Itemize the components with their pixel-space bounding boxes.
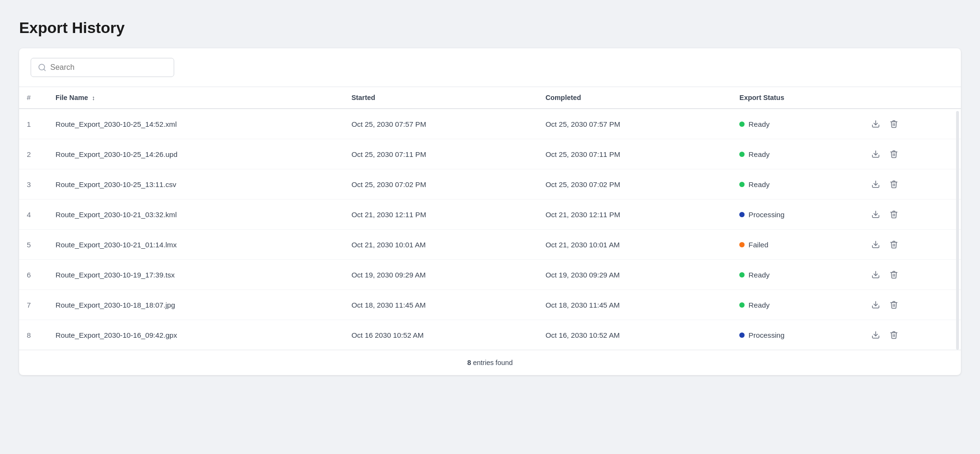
download-button[interactable] (869, 178, 882, 190)
search-input[interactable] (50, 63, 167, 72)
download-button[interactable] (869, 118, 882, 130)
download-button[interactable] (869, 329, 882, 341)
download-button[interactable] (869, 208, 882, 221)
table-row: 1 Route_Export_2030-10-25_14:52.xml Oct … (19, 109, 961, 139)
row-filename: Route_Export_2030-10-19_17:39.tsx (48, 260, 344, 290)
status-dot (739, 302, 745, 308)
row-filename: Route_Export_2030-10-21_01:14.lmx (48, 230, 344, 260)
row-status: Ready (732, 290, 862, 320)
delete-button[interactable] (888, 268, 900, 281)
col-header-status: Export Status (732, 87, 862, 109)
export-history-card: # File Name ↕ Started Completed Export S… (19, 48, 961, 375)
scrollbar (956, 111, 959, 350)
status-dot (739, 122, 745, 127)
row-num: 8 (19, 320, 48, 350)
page-title: Export History (19, 19, 961, 37)
search-container (19, 48, 961, 87)
download-icon (871, 120, 880, 128)
row-filename: Route_Export_2030-10-25_14:26.upd (48, 139, 344, 169)
export-table: # File Name ↕ Started Completed Export S… (19, 87, 961, 350)
status-label: Ready (748, 150, 769, 158)
delete-button[interactable] (888, 178, 900, 190)
status-dot (739, 182, 745, 187)
row-status: Processing (732, 199, 862, 230)
download-button[interactable] (869, 238, 882, 251)
download-button[interactable] (869, 148, 882, 160)
row-actions (862, 199, 961, 230)
download-icon (871, 270, 880, 279)
row-num: 6 (19, 260, 48, 290)
status-label: Ready (748, 301, 769, 309)
row-completed: Oct 25, 2030 07:57 PM (538, 109, 732, 139)
trash-icon (890, 240, 898, 249)
status-dot (739, 242, 745, 247)
col-header-actions (862, 87, 961, 109)
row-num: 4 (19, 199, 48, 230)
row-num: 1 (19, 109, 48, 139)
download-icon (871, 150, 880, 158)
row-started: Oct 21, 2030 10:01 AM (344, 230, 537, 260)
trash-icon (890, 300, 898, 309)
col-header-started: Started (344, 87, 537, 109)
table-row: 6 Route_Export_2030-10-19_17:39.tsx Oct … (19, 260, 961, 290)
status-dot (739, 332, 745, 338)
status-label: Failed (748, 241, 768, 249)
trash-icon (890, 180, 898, 188)
row-completed: Oct 25, 2030 07:02 PM (538, 169, 732, 199)
row-status: Ready (732, 109, 862, 139)
row-started: Oct 19, 2030 09:29 AM (344, 260, 537, 290)
row-status: Failed (732, 230, 862, 260)
row-started: Oct 18, 2030 11:45 AM (344, 290, 537, 320)
delete-button[interactable] (888, 118, 900, 130)
row-completed: Oct 21, 2030 10:01 AM (538, 230, 732, 260)
col-header-filename[interactable]: File Name ↕ (48, 87, 344, 109)
entry-label: entries found (473, 359, 512, 366)
table-row: 7 Route_Export_2030-10-18_18:07.jpg Oct … (19, 290, 961, 320)
row-filename: Route_Export_2030-10-18_18:07.jpg (48, 290, 344, 320)
row-status: Processing (732, 320, 862, 350)
row-actions (862, 230, 961, 260)
download-icon (871, 331, 880, 339)
download-button[interactable] (869, 299, 882, 311)
row-filename: Route_Export_2030-10-16_09:42.gpx (48, 320, 344, 350)
row-completed: Oct 18, 2030 11:45 AM (538, 290, 732, 320)
delete-button[interactable] (888, 238, 900, 251)
row-actions (862, 260, 961, 290)
delete-button[interactable] (888, 208, 900, 221)
delete-button[interactable] (888, 299, 900, 311)
download-icon (871, 210, 880, 219)
row-filename: Route_Export_2030-10-25_14:52.xml (48, 109, 344, 139)
row-actions (862, 109, 961, 139)
status-label: Ready (748, 120, 769, 128)
row-completed: Oct 25, 2030 07:11 PM (538, 139, 732, 169)
row-completed: Oct 19, 2030 09:29 AM (538, 260, 732, 290)
delete-button[interactable] (888, 329, 900, 341)
table-row: 2 Route_Export_2030-10-25_14:26.upd Oct … (19, 139, 961, 169)
row-num: 7 (19, 290, 48, 320)
table-container: # File Name ↕ Started Completed Export S… (19, 87, 961, 350)
sort-icon: ↕ (92, 94, 95, 101)
row-actions (862, 290, 961, 320)
table-row: 4 Route_Export_2030-10-21_03:32.kml Oct … (19, 199, 961, 230)
download-button[interactable] (869, 268, 882, 281)
download-icon (871, 180, 880, 188)
status-dot (739, 152, 745, 157)
row-num: 3 (19, 169, 48, 199)
row-status: Ready (732, 169, 862, 199)
download-icon (871, 240, 880, 249)
search-icon (38, 63, 46, 72)
row-started: Oct 25, 2030 07:11 PM (344, 139, 537, 169)
trash-icon (890, 120, 898, 128)
table-row: 8 Route_Export_2030-10-16_09:42.gpx Oct … (19, 320, 961, 350)
row-completed: Oct 21, 2030 12:11 PM (538, 199, 732, 230)
row-status: Ready (732, 139, 862, 169)
row-started: Oct 16 2030 10:52 AM (344, 320, 537, 350)
row-num: 5 (19, 230, 48, 260)
svg-line-1 (44, 69, 45, 70)
trash-icon (890, 331, 898, 339)
table-row: 5 Route_Export_2030-10-21_01:14.lmx Oct … (19, 230, 961, 260)
trash-icon (890, 210, 898, 219)
col-header-completed: Completed (538, 87, 732, 109)
delete-button[interactable] (888, 148, 900, 160)
row-started: Oct 25, 2030 07:57 PM (344, 109, 537, 139)
